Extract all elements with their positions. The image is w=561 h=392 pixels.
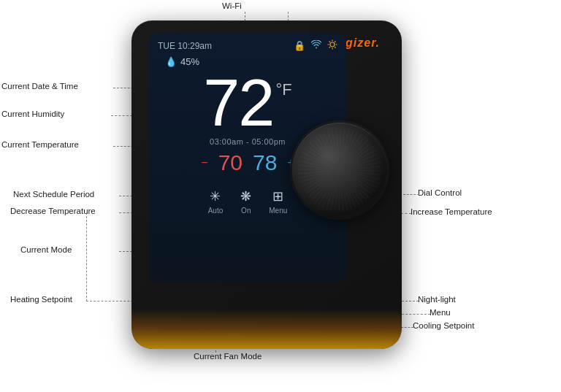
schedule-row: 03:00am - 05:00pm (210, 137, 286, 146)
humidity-icon: 💧 (165, 56, 177, 67)
next-schedule-period-label: Next Schedule Period (13, 190, 94, 199)
status-bar: TUE 10:29am 🔒 (158, 39, 337, 52)
dial-control[interactable] (292, 123, 387, 218)
current-temperature-label: Current Temperature (1, 140, 79, 149)
svg-point-0 (330, 42, 335, 47)
humidity-row: 💧 45% (165, 56, 199, 67)
auto-mode-icon: ✳ (210, 188, 221, 204)
dial-dashed-h (403, 194, 419, 195)
heating-setpoint-value: 70 (218, 150, 243, 175)
menu-label: Menu (430, 308, 451, 317)
thermostat-device: Energizer. TUE 10:29am 🔒 (131, 20, 402, 349)
temperature-display: 72 °F (203, 70, 291, 136)
temperature-unit: °F (275, 80, 291, 99)
mode-row: ✳ Auto ❋ On ⊞ Menu (208, 188, 288, 215)
increase-temperature-label: Increase Temperature (411, 207, 492, 216)
heating-setpoint-label: Heating Setpoint (10, 295, 72, 304)
decrease-temperature-button[interactable]: − (201, 156, 207, 169)
temperature-value: 72 (203, 70, 273, 136)
setpoints-row: − 70 78 + (201, 150, 294, 175)
current-mode-label: Current Mode (20, 245, 72, 254)
svg-line-8 (329, 47, 330, 47)
svg-line-5 (329, 42, 330, 42)
mode-auto[interactable]: ✳ Auto (208, 188, 224, 215)
nightlight-glow (131, 309, 402, 349)
menu-icon: ⊞ (272, 188, 283, 204)
humidity-value: 45% (180, 56, 199, 67)
status-icons: 🔒 (294, 39, 337, 52)
fan-on-label: On (241, 207, 251, 215)
status-time: TUE 10:29am (158, 41, 212, 51)
current-humidity-label: Current Humidity (1, 109, 64, 118)
cooling-setpoint-value: 78 (253, 150, 277, 175)
menu-mode-label: Menu (269, 207, 287, 215)
heat-sp-dashed-v (86, 212, 87, 301)
wifi-annotation-label: Wi-Fi (222, 1, 242, 10)
cooling-setpoint-label: Cooling Setpoint (413, 321, 474, 330)
auto-mode-label: Auto (208, 207, 224, 215)
energizer-dot: . (376, 36, 380, 49)
current-date-time-label: Current Date & Time (1, 82, 78, 91)
mode-menu[interactable]: ⊞ Menu (269, 188, 287, 215)
mode-fan-on[interactable]: ❋ On (240, 188, 251, 215)
decrease-temperature-label: Decrease Temperature (10, 207, 96, 215)
dial-control-label: Dial Control (418, 188, 462, 197)
fan-on-icon: ❋ (240, 188, 251, 204)
lock-icon[interactable]: 🔒 (294, 40, 305, 51)
menu-dashed-h (402, 314, 430, 315)
svg-line-6 (335, 47, 335, 47)
svg-line-7 (335, 42, 335, 42)
current-fan-mode-label: Current Fan Mode (194, 352, 262, 361)
night-light-label: Night-light (418, 295, 456, 304)
nightlight-dashed-h (402, 301, 419, 301)
nightlight-control-icon[interactable] (327, 39, 337, 52)
wifi-icon[interactable] (311, 40, 321, 51)
